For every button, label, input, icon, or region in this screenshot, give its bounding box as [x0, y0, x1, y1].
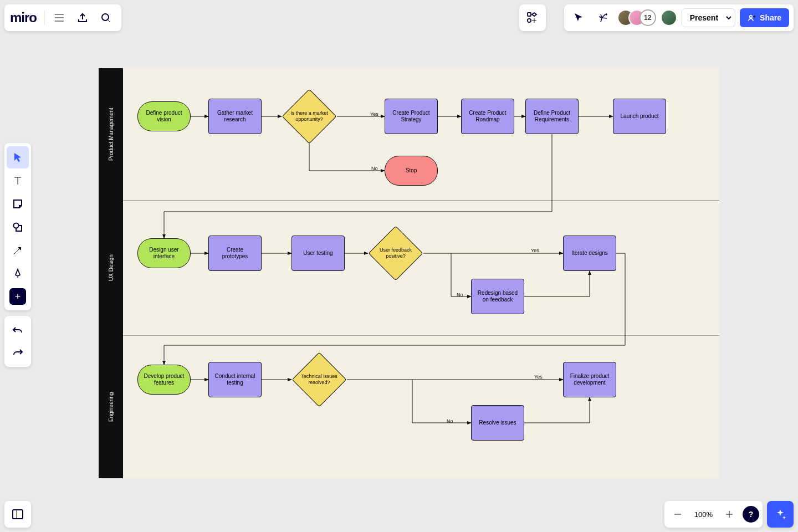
decision-label: User feedback positive? [374, 247, 418, 259]
lane-label-ux: UX Design [99, 200, 123, 335]
node-develop-features[interactable]: Develop product features [137, 365, 191, 395]
zoom-in-button[interactable] [719, 504, 739, 524]
lane-label-eng: Engineering [99, 335, 123, 478]
node-market-opportunity-decision[interactable]: Is there a market opportunity? [282, 99, 337, 134]
edge-label-no: No [457, 292, 463, 298]
redo-button[interactable] [7, 341, 29, 364]
node-internal-testing[interactable]: Conduct internal testing [208, 362, 262, 397]
zoom-out-button[interactable] [668, 504, 688, 524]
node-create-roadmap[interactable]: Create Product Roadmap [461, 99, 514, 134]
miro-logo: miro [10, 10, 40, 25]
svg-point-3 [102, 14, 109, 21]
select-tool[interactable] [7, 146, 29, 168]
topbar-right: 12 Present Share [564, 4, 794, 31]
svg-point-16 [14, 223, 19, 228]
search-icon[interactable] [96, 8, 116, 28]
left-toolbar: + [4, 143, 31, 310]
edge-label-yes: Yes [370, 111, 378, 117]
svg-point-6 [528, 19, 531, 22]
swimlane-diagram[interactable]: Product Management UX Design Engineering [99, 68, 719, 478]
node-design-ui[interactable]: Design user interface [137, 238, 191, 268]
node-create-prototypes[interactable]: Create prototypes [208, 236, 262, 271]
present-control: Present [682, 8, 735, 27]
node-define-vision[interactable]: Define product vision [137, 101, 191, 131]
svg-point-9 [606, 14, 607, 15]
divider [44, 10, 45, 25]
zoom-toolbar: 100% ? [664, 501, 763, 528]
connector-tool[interactable] [7, 239, 29, 262]
hamburger-icon[interactable] [49, 8, 69, 28]
node-tech-issues-decision[interactable]: Technical issues resolved? [291, 362, 347, 397]
edge-label-yes: Yes [531, 248, 539, 253]
present-button[interactable]: Present [682, 8, 727, 27]
undo-button[interactable] [7, 319, 29, 341]
ai-assist-button[interactable] [767, 501, 794, 528]
present-dropdown[interactable] [722, 8, 735, 27]
node-iterate-designs[interactable]: Iterate designs [563, 236, 616, 271]
svg-point-10 [750, 16, 753, 18]
add-tool[interactable]: + [9, 288, 26, 305]
help-button[interactable]: ? [743, 506, 759, 523]
node-user-testing[interactable]: User testing [291, 236, 345, 271]
apps-button[interactable] [519, 4, 546, 31]
sticky-note-tool[interactable] [7, 193, 29, 215]
node-stop[interactable]: Stop [385, 156, 438, 186]
node-gather-research[interactable]: Gather market research [208, 99, 262, 134]
node-launch-product[interactable]: Launch product [613, 99, 666, 134]
edge-label-no: No [371, 166, 378, 171]
shape-tool[interactable] [7, 216, 29, 238]
frames-panel-button[interactable] [4, 501, 31, 528]
node-finalize-development[interactable]: Finalize product development [563, 362, 616, 397]
svg-rect-19 [13, 510, 23, 519]
svg-line-4 [108, 20, 110, 22]
lane-label-pm: Product Management [99, 68, 123, 200]
share-button[interactable]: Share [740, 8, 789, 27]
node-create-strategy[interactable]: Create Product Strategy [385, 99, 438, 134]
zoom-level[interactable]: 100% [691, 510, 716, 519]
decision-label: Is there a market opportunity? [287, 110, 331, 122]
collaborator-avatars[interactable]: 12 [617, 9, 656, 26]
export-icon[interactable] [73, 8, 93, 28]
lane-divider [123, 200, 719, 201]
avatar-overflow-count[interactable]: 12 [640, 9, 656, 26]
node-define-requirements[interactable]: Define Product Requirements [525, 99, 579, 134]
decision-label: Technical issues resolved? [297, 374, 341, 386]
edge-label-yes: Yes [534, 374, 543, 380]
node-feedback-decision[interactable]: User feedback positive? [368, 236, 423, 271]
share-label: Share [760, 13, 781, 22]
cursor-mode-icon[interactable] [569, 8, 589, 28]
node-resolve-issues[interactable]: Resolve issues [471, 405, 524, 441]
text-tool[interactable] [7, 170, 29, 192]
undo-redo-toolbar [4, 316, 31, 367]
node-redesign[interactable]: Redesign based on feedback [471, 279, 524, 314]
lane-divider [123, 335, 719, 336]
svg-rect-5 [528, 13, 531, 16]
edge-label-no: No [447, 418, 453, 424]
topbar-left: miro [4, 4, 121, 31]
reactions-icon[interactable] [593, 8, 613, 28]
current-user-avatar[interactable] [661, 9, 677, 26]
pen-tool[interactable] [7, 263, 29, 285]
